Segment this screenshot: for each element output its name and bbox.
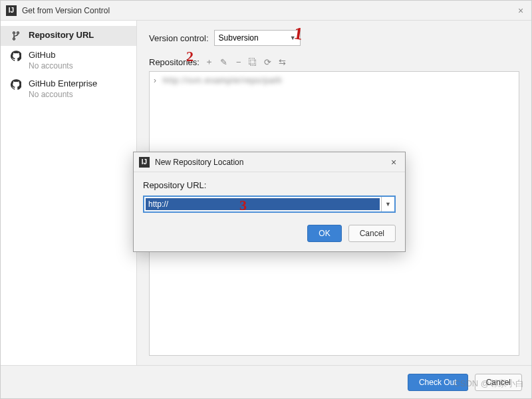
- titlebar: IJ Get from Version Control ×: [1, 1, 531, 21]
- github-icon: [10, 78, 22, 90]
- repository-url-label: Repository URL:: [143, 180, 396, 190]
- checkout-button[interactable]: Check Out: [408, 374, 468, 391]
- window-title: Get from Version Control: [22, 6, 515, 15]
- version-control-select[interactable]: Subversion ▼: [214, 30, 301, 46]
- footer: Check Out Cancel: [1, 365, 531, 398]
- dialog-titlebar: IJ New Repository Location ×: [134, 152, 405, 172]
- repository-path: http://svn.example/repo/path: [163, 76, 282, 85]
- sidebar-item-github-enterprise[interactable]: GitHub Enterprise No accounts: [1, 74, 136, 103]
- sidebar-item-label: Repository URL: [29, 30, 94, 40]
- dialog-footer: OK Cancel: [134, 218, 405, 251]
- chevron-down-icon[interactable]: ▼: [381, 197, 394, 211]
- chevron-down-icon: ▼: [290, 35, 296, 41]
- version-control-label: Version control:: [149, 33, 209, 43]
- repositories-label: Repositories:: [149, 57, 200, 67]
- app-icon: IJ: [6, 5, 17, 16]
- repositories-row: Repositories: ＋ ✎ − ⿻ ⟳ ⇆: [149, 55, 519, 68]
- refresh-button[interactable]: ⟳: [261, 55, 275, 68]
- dialog-body: Repository URL: ▼: [134, 172, 405, 218]
- list-item[interactable]: › http://svn.example/repo/path: [154, 76, 515, 85]
- repository-url-input[interactable]: [146, 198, 380, 210]
- app-icon: IJ: [139, 157, 150, 168]
- sidebar-item-label: GitHub: [29, 50, 73, 60]
- add-button[interactable]: ＋: [202, 55, 217, 68]
- cancel-button[interactable]: Cancel: [348, 225, 396, 242]
- close-icon[interactable]: ×: [388, 157, 400, 168]
- edit-button[interactable]: ✎: [217, 55, 231, 68]
- version-control-row: Version control: Subversion ▼: [149, 30, 519, 46]
- sidebar-item-label: GitHub Enterprise: [29, 78, 97, 88]
- cancel-button[interactable]: Cancel: [475, 374, 522, 391]
- repositories-toolbar: ＋ ✎ − ⿻ ⟳ ⇆: [202, 55, 290, 68]
- sidebar-item-sublabel: No accounts: [29, 61, 73, 70]
- sidebar-item-repository-url[interactable]: Repository URL: [1, 26, 136, 46]
- sidebar-item-sublabel: No accounts: [29, 90, 97, 99]
- dialog-title: New Repository Location: [155, 158, 388, 167]
- sidebar-item-github[interactable]: GitHub No accounts: [1, 46, 136, 74]
- settings-button[interactable]: ⇆: [275, 55, 290, 68]
- close-icon[interactable]: ×: [515, 5, 526, 16]
- repository-url-field[interactable]: ▼: [143, 196, 396, 213]
- sidebar: Repository URL GitHub No accounts GitHub…: [1, 21, 137, 365]
- version-control-value: Subversion: [219, 33, 259, 43]
- ok-button[interactable]: OK: [307, 225, 341, 242]
- copy-button[interactable]: ⿻: [246, 55, 261, 68]
- remove-button[interactable]: −: [231, 55, 246, 68]
- branch-icon: [10, 30, 22, 42]
- new-repo-dialog: IJ New Repository Location × Repository …: [133, 152, 406, 252]
- github-icon: [10, 50, 22, 62]
- chevron-right-icon: ›: [154, 76, 160, 85]
